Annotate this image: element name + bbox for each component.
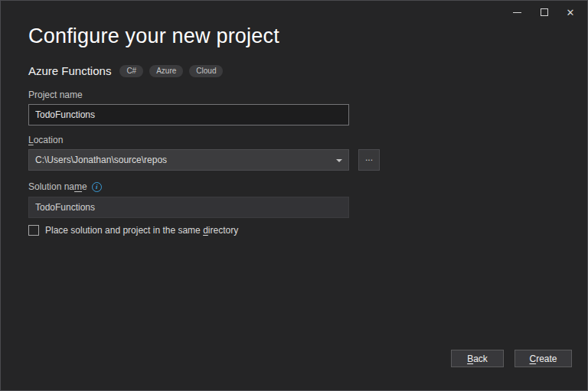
project-name-input[interactable] [28, 104, 349, 125]
maximize-icon [541, 8, 548, 16]
browse-location-button[interactable]: ... [358, 149, 380, 171]
tag-platform: Azure [149, 65, 183, 77]
page-title: Configure your new project [28, 24, 279, 48]
minimize-button[interactable] [505, 2, 529, 23]
solution-name-input[interactable] [28, 197, 349, 218]
same-directory-label: Place solution and project in the same d… [45, 225, 238, 236]
project-name-label: Project name [28, 90, 83, 100]
tag-type: Cloud [189, 65, 223, 77]
same-directory-checkbox[interactable] [28, 225, 39, 236]
create-button[interactable]: Create [514, 350, 572, 367]
tag-language: C# [119, 65, 143, 77]
minimize-icon [513, 12, 521, 13]
template-name: Azure Functions [28, 64, 111, 77]
configure-project-dialog: ✕ Configure your new project Azure Funct… [0, 0, 588, 391]
location-combobox[interactable]: C:\Users\Jonathan\source\repos [28, 149, 349, 171]
close-button[interactable]: ✕ [558, 2, 583, 23]
same-directory-row: Place solution and project in the same d… [28, 225, 238, 236]
dropdown-arrow-icon [336, 159, 342, 162]
template-info-row: Azure Functions C# Azure Cloud [28, 64, 229, 77]
solution-name-label: Solution name i [28, 181, 102, 192]
info-icon[interactable]: i [92, 182, 102, 192]
close-icon: ✕ [567, 8, 575, 18]
location-value: C:\Users\Jonathan\source\repos [35, 155, 167, 165]
maximize-button[interactable] [532, 2, 557, 23]
location-label: Location [28, 135, 63, 145]
back-button[interactable]: Back [451, 350, 504, 367]
